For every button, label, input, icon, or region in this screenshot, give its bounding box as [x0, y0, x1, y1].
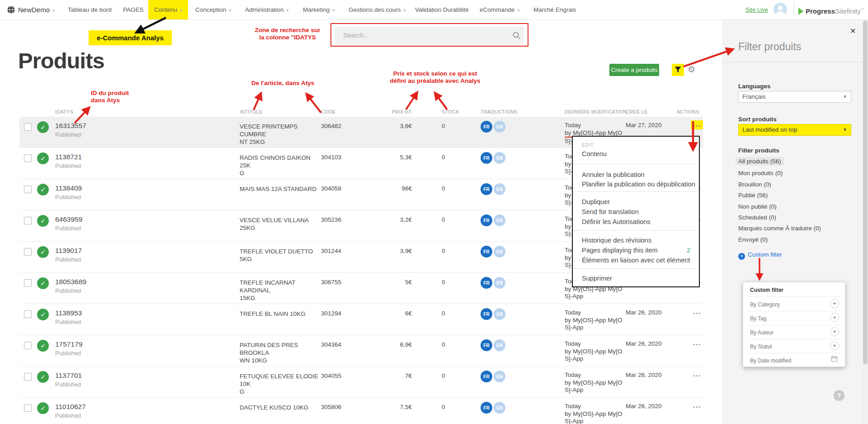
nav-gestions-des-cours[interactable]: Gestions des cours▾ — [349, 0, 406, 19]
cell-stock: 0 — [442, 341, 445, 348]
fr-language-badge[interactable]: FR — [481, 152, 492, 164]
row-checkbox[interactable] — [24, 123, 32, 131]
nav-ecommande[interactable]: eCommande▾ — [480, 0, 519, 19]
popup-row-by-date-modified[interactable]: By Date modified — [750, 357, 791, 364]
filter-item-all-produits[interactable]: All produits (56) — [736, 157, 784, 166]
row-actions-button[interactable] — [676, 339, 703, 348]
fr-language-badge[interactable]: FR — [481, 246, 492, 257]
cell-prix: 6,9€ — [354, 341, 412, 348]
en-language-badge[interactable]: EN — [494, 339, 505, 351]
nav-validation-durabilite[interactable]: Validation Durabilité — [415, 0, 469, 19]
filter-item-marques-a-traduire[interactable]: Marqués comme À traduire (0) — [736, 224, 824, 233]
fr-language-badge[interactable]: FR — [481, 402, 492, 414]
fr-language-badge[interactable]: FR — [481, 308, 492, 320]
nav-contenu[interactable]: Contenu▾ — [148, 0, 188, 19]
create-produits-button[interactable]: Create a produits — [609, 64, 659, 76]
fr-language-badge[interactable]: FR — [481, 339, 492, 351]
fr-language-badge[interactable]: FR — [481, 214, 492, 226]
menu-item-pages-displaying[interactable]: Pages displaying this item — [582, 247, 658, 254]
menu-item-contenu[interactable]: Contenu — [582, 150, 607, 157]
filter-item-mon-produits[interactable]: Mon produits (0) — [736, 169, 785, 177]
filter-produits-label: Filter produits — [738, 147, 779, 154]
language-select[interactable]: Français▼ — [738, 91, 851, 103]
help-button[interactable]: ? — [834, 390, 844, 401]
fr-language-badge[interactable]: FR — [481, 277, 492, 289]
cell-prix: 7€ — [354, 372, 412, 379]
popup-row-by-tag[interactable]: By Tag — [750, 315, 766, 322]
cell-code: 305806 — [321, 404, 341, 410]
search-input[interactable] — [335, 27, 524, 44]
en-language-badge[interactable]: EN — [494, 308, 505, 320]
cell-intitule: MAIS MAS 12A STANDARD — [240, 185, 322, 193]
page-scrollbar[interactable] — [863, 19, 868, 424]
row-actions-button[interactable] — [676, 370, 703, 379]
en-language-badge[interactable]: EN — [494, 277, 505, 289]
nav-conception[interactable]: Conception▾ — [195, 0, 231, 19]
en-language-badge[interactable]: EN — [494, 152, 505, 164]
row-checkbox[interactable] — [24, 373, 32, 381]
scrollbar-thumb[interactable] — [863, 20, 868, 364]
menu-item-dupliquer[interactable]: Dupliquer — [582, 198, 610, 205]
filter-button[interactable] — [672, 64, 684, 76]
gear-icon[interactable]: ⚙ — [688, 64, 695, 75]
published-status-icon: ✓ — [37, 340, 49, 352]
en-language-badge[interactable]: EN — [494, 183, 505, 195]
popup-row-by-category[interactable]: By Category — [750, 301, 780, 308]
fr-language-badge[interactable]: FR — [481, 183, 492, 195]
menu-item-supprimer[interactable]: Supprimer — [582, 275, 612, 282]
row-checkbox[interactable] — [24, 154, 32, 162]
close-icon[interactable]: ✕ — [850, 27, 856, 35]
col-header-stock: STOCK — [442, 109, 459, 114]
add-icon[interactable]: + — [830, 313, 839, 322]
menu-item-planifier-publication[interactable]: Planifier la publication ou dépublicatio… — [582, 181, 695, 188]
nav-marche-engrais[interactable]: Marché Engrais — [533, 0, 576, 19]
row-checkbox[interactable] — [24, 310, 32, 318]
divider — [573, 191, 699, 192]
fr-language-badge[interactable]: FR — [481, 121, 492, 133]
nav-tableau-de-bord[interactable]: Tableau de bord — [68, 0, 112, 19]
custom-filter-link[interactable]: +Custom filter — [738, 251, 782, 260]
cell-traductions: FREN — [481, 308, 507, 320]
calendar-icon[interactable] — [830, 355, 838, 363]
site-live-link[interactable]: Site Live — [745, 0, 768, 19]
nav-pages[interactable]: PAGES — [123, 0, 144, 19]
fr-language-badge[interactable]: FR — [481, 371, 492, 382]
cell-code: 306482 — [321, 123, 341, 129]
row-actions-button[interactable] — [676, 120, 703, 129]
filter-item-scheduled[interactable]: Scheduled (0) — [736, 213, 779, 222]
menu-item-elements-lies[interactable]: Éléments en liaison avec cet élément — [582, 257, 690, 264]
en-language-badge[interactable]: EN — [494, 246, 505, 257]
add-icon[interactable]: + — [830, 327, 839, 336]
filter-item-publie[interactable]: Publié (56) — [736, 191, 770, 200]
plus-circle-icon: + — [738, 253, 745, 260]
row-checkbox[interactable] — [24, 279, 32, 287]
en-language-badge[interactable]: EN — [494, 214, 505, 226]
menu-item-send-for-translation[interactable]: Send for translation — [582, 208, 639, 215]
search-icon[interactable] — [512, 31, 520, 41]
row-checkbox[interactable] — [24, 186, 32, 193]
nav-administration[interactable]: Administration▾ — [245, 0, 289, 19]
menu-item-definir-autorisations[interactable]: Définir les Autorisations — [582, 218, 651, 225]
row-checkbox[interactable] — [24, 248, 32, 256]
row-actions-button[interactable] — [676, 308, 703, 317]
en-language-badge[interactable]: EN — [494, 402, 505, 414]
filter-item-brouillon[interactable]: Brouillon (0) — [736, 180, 774, 189]
row-checkbox[interactable] — [24, 404, 32, 412]
user-avatar[interactable] — [774, 3, 787, 16]
en-language-badge[interactable]: EN — [494, 121, 505, 133]
nav-marketing[interactable]: Marketing▾ — [303, 0, 335, 19]
popup-row-by-statut[interactable]: By Statut — [750, 343, 772, 350]
add-icon[interactable]: + — [830, 341, 839, 350]
add-icon[interactable]: + — [830, 299, 839, 308]
menu-item-historique-revisions[interactable]: Historique des révisions — [582, 237, 651, 244]
row-checkbox[interactable] — [24, 217, 32, 224]
filter-item-non-publie[interactable]: Non publié (0) — [736, 202, 779, 211]
row-checkbox[interactable] — [24, 342, 32, 349]
sort-select[interactable]: Last modified on top▼ — [738, 124, 851, 136]
filter-item-envoye[interactable]: Envoyé (0) — [736, 235, 770, 244]
row-actions-button[interactable] — [676, 401, 703, 410]
brand-menu[interactable]: NewDemo▾ — [18, 0, 55, 19]
en-language-badge[interactable]: EN — [494, 371, 505, 382]
popup-row-by-auteur[interactable]: By Auteur — [750, 329, 774, 336]
menu-item-annuler-publication[interactable]: Annuler la publication — [582, 171, 645, 178]
